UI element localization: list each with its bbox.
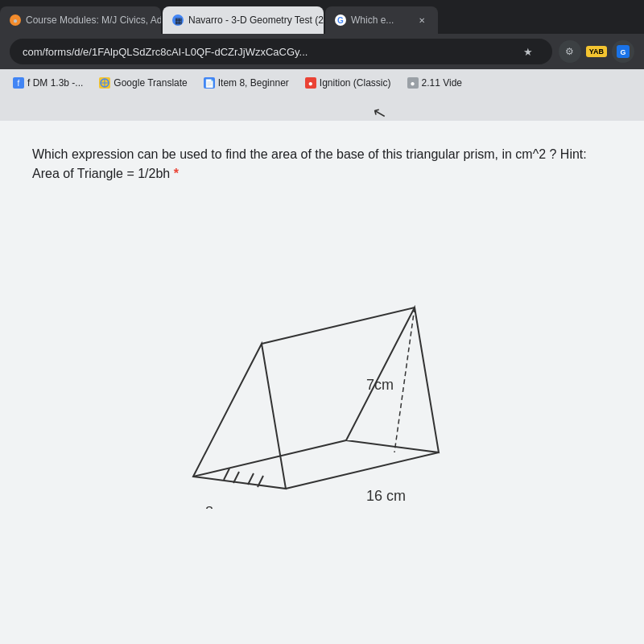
diagram-area: 7cm 8 cm 16 cm xyxy=(32,203,612,509)
tab-civics-label: Course Modules: M/J Civics, Adv xyxy=(26,14,161,26)
bookmark-video-label: 2.11 Vide xyxy=(422,77,463,89)
tab-which-close[interactable]: ✕ xyxy=(415,14,428,27)
bookmark-video-icon: ● xyxy=(407,77,419,89)
cursor-arrow: ↖ xyxy=(370,101,389,124)
page-content: Which expression can be used to find the… xyxy=(0,121,644,644)
svg-line-8 xyxy=(262,308,415,344)
tab-bar: ● Course Modules: M/J Civics, Adv ✕ ▦ Na… xyxy=(0,0,644,34)
svg-line-10 xyxy=(394,308,415,452)
tab-which-label: Which e... xyxy=(351,14,394,26)
url-text: com/forms/d/e/1FAlpQLSdZrc8cAI-L0QF-dCZr… xyxy=(23,46,308,58)
svg-line-6 xyxy=(193,440,346,477)
bookmark-dm-icon: f xyxy=(13,77,24,89)
bookmark-video[interactable]: ● 2.11 Vide xyxy=(401,75,469,91)
bookmark-item8[interactable]: 📄 Item 8, Beginner xyxy=(197,75,295,91)
address-icons: ⚙ YAB G xyxy=(559,40,634,63)
required-marker: * xyxy=(174,167,179,180)
svg-text:G: G xyxy=(620,48,625,56)
base-label: 8 cm xyxy=(205,504,237,509)
tab-geometry[interactable]: ▦ Navarro - 3-D Geometry Test (2r ✕ xyxy=(163,6,324,34)
extensions-icon[interactable]: ⚙ xyxy=(559,40,581,63)
bookmark-item8-label: Item 8, Beginner xyxy=(218,77,289,89)
bookmarks-bar: f f DM 1.3b -... Google Translate 📄 Item… xyxy=(0,69,644,97)
tab-geometry-label: Navarro - 3-D Geometry Test (2r xyxy=(188,14,324,26)
svg-line-13 xyxy=(248,473,254,485)
tab-civics[interactable]: ● Course Modules: M/J Civics, Adv ✕ xyxy=(0,6,161,34)
bookmark-ignition-label: Ignition (Classic) xyxy=(320,77,391,89)
browser-chrome: ● Course Modules: M/J Civics, Adv ✕ ▦ Na… xyxy=(0,0,644,97)
cursor-area: ↖ xyxy=(0,97,644,121)
height-label: 7cm xyxy=(366,377,394,393)
bookmark-dm[interactable]: f f DM 1.3b -... xyxy=(6,75,89,91)
profile-icon[interactable]: G xyxy=(612,40,634,63)
bookmark-item8-icon: 📄 xyxy=(204,77,215,89)
yab-badge: YAB xyxy=(586,46,607,57)
tab-geometry-icon: ▦ xyxy=(172,14,184,26)
prism-svg: 7cm 8 cm 16 cm xyxy=(129,203,515,509)
url-input[interactable]: com/forms/d/e/1FAlpQLSdZrc8cAI-L0QF-dCZr… xyxy=(10,39,552,64)
bookmark-ignition-icon: ● xyxy=(305,77,316,89)
bookmark-star[interactable]: ★ xyxy=(523,46,539,58)
address-bar: com/forms/d/e/1FAlpQLSdZrc8cAI-L0QF-dCZr… xyxy=(0,34,644,69)
bookmark-translate[interactable]: Google Translate xyxy=(93,75,193,91)
bookmark-translate-label: Google Translate xyxy=(114,77,187,89)
length-label: 16 cm xyxy=(366,488,406,504)
tab-civics-icon: ● xyxy=(10,14,21,26)
bookmark-translate-icon xyxy=(99,77,110,89)
svg-marker-9 xyxy=(193,344,286,489)
svg-line-7 xyxy=(286,452,439,489)
tab-which-icon: G xyxy=(335,14,346,26)
svg-line-12 xyxy=(233,472,239,483)
svg-line-11 xyxy=(224,469,229,480)
bookmark-ignition[interactable]: ● Ignition (Classic) xyxy=(299,75,398,91)
bookmark-dm-label: f DM 1.3b -... xyxy=(27,77,83,89)
question-text: Which expression can be used to find the… xyxy=(32,145,612,184)
tab-which[interactable]: G Which e... ✕ xyxy=(325,6,438,34)
question-main: Which expression can be used to find the… xyxy=(32,147,587,180)
